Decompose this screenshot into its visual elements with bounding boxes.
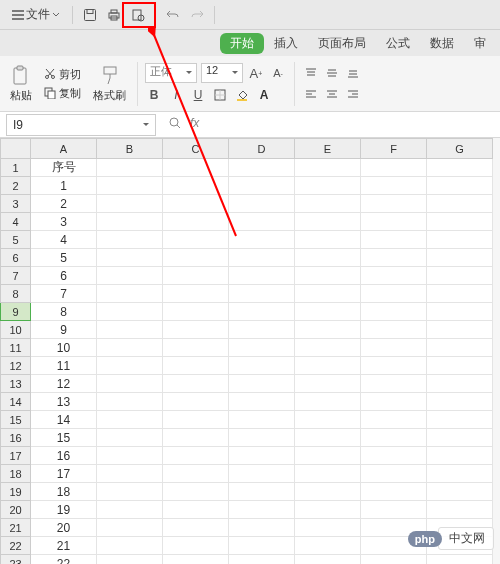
row-header[interactable]: 12 bbox=[1, 357, 31, 375]
cell[interactable]: 1 bbox=[31, 177, 97, 195]
cell[interactable] bbox=[427, 357, 493, 375]
cell[interactable] bbox=[97, 555, 163, 565]
align-bottom-button[interactable] bbox=[344, 64, 362, 82]
tab-数据[interactable]: 数据 bbox=[420, 31, 464, 56]
name-box[interactable]: I9 bbox=[6, 114, 156, 136]
column-header[interactable]: D bbox=[229, 139, 295, 159]
cell[interactable] bbox=[361, 285, 427, 303]
cell[interactable] bbox=[97, 339, 163, 357]
cell[interactable] bbox=[427, 321, 493, 339]
cell[interactable]: 15 bbox=[31, 429, 97, 447]
row-header[interactable]: 1 bbox=[1, 159, 31, 177]
cell[interactable] bbox=[361, 177, 427, 195]
cell[interactable]: 6 bbox=[31, 267, 97, 285]
row-header[interactable]: 9 bbox=[1, 303, 31, 321]
cell[interactable] bbox=[295, 249, 361, 267]
cell[interactable] bbox=[97, 429, 163, 447]
column-header[interactable]: C bbox=[163, 139, 229, 159]
cell[interactable] bbox=[295, 195, 361, 213]
column-header[interactable]: F bbox=[361, 139, 427, 159]
column-header[interactable]: A bbox=[31, 139, 97, 159]
row-header[interactable]: 23 bbox=[1, 555, 31, 565]
cell[interactable] bbox=[229, 483, 295, 501]
cell[interactable] bbox=[163, 285, 229, 303]
cell[interactable] bbox=[97, 195, 163, 213]
row-header[interactable]: 16 bbox=[1, 429, 31, 447]
column-header[interactable]: E bbox=[295, 139, 361, 159]
cell[interactable] bbox=[97, 375, 163, 393]
cell[interactable] bbox=[163, 465, 229, 483]
cell[interactable] bbox=[295, 267, 361, 285]
underline-button[interactable]: U bbox=[189, 86, 207, 104]
cell[interactable] bbox=[229, 537, 295, 555]
cell[interactable] bbox=[361, 321, 427, 339]
cell[interactable] bbox=[97, 519, 163, 537]
cell[interactable] bbox=[163, 429, 229, 447]
cell[interactable] bbox=[427, 231, 493, 249]
cell[interactable] bbox=[163, 501, 229, 519]
cell[interactable] bbox=[295, 231, 361, 249]
row-header[interactable]: 5 bbox=[1, 231, 31, 249]
cell[interactable] bbox=[163, 177, 229, 195]
cell[interactable] bbox=[427, 465, 493, 483]
cell[interactable] bbox=[229, 231, 295, 249]
cell[interactable] bbox=[163, 411, 229, 429]
bold-button[interactable]: B bbox=[145, 86, 163, 104]
row-header[interactable]: 7 bbox=[1, 267, 31, 285]
redo-button[interactable] bbox=[186, 4, 208, 26]
cell[interactable] bbox=[427, 411, 493, 429]
cell[interactable]: 9 bbox=[31, 321, 97, 339]
cell[interactable] bbox=[361, 267, 427, 285]
cell[interactable] bbox=[427, 393, 493, 411]
row-header[interactable]: 10 bbox=[1, 321, 31, 339]
cell[interactable]: 2 bbox=[31, 195, 97, 213]
cell[interactable] bbox=[361, 501, 427, 519]
cell[interactable] bbox=[427, 555, 493, 565]
tab-开始[interactable]: 开始 bbox=[220, 33, 264, 54]
cell[interactable] bbox=[295, 555, 361, 565]
row-header[interactable]: 17 bbox=[1, 447, 31, 465]
row-header[interactable]: 22 bbox=[1, 537, 31, 555]
cell[interactable] bbox=[163, 339, 229, 357]
cell[interactable] bbox=[295, 447, 361, 465]
cell[interactable] bbox=[361, 429, 427, 447]
cell[interactable] bbox=[295, 537, 361, 555]
cell[interactable] bbox=[361, 555, 427, 565]
cell[interactable] bbox=[427, 177, 493, 195]
cell[interactable] bbox=[361, 213, 427, 231]
row-header[interactable]: 14 bbox=[1, 393, 31, 411]
cell[interactable] bbox=[295, 393, 361, 411]
cell[interactable] bbox=[163, 303, 229, 321]
cell[interactable] bbox=[427, 501, 493, 519]
cell[interactable] bbox=[295, 429, 361, 447]
cell[interactable]: 11 bbox=[31, 357, 97, 375]
border-button[interactable] bbox=[211, 86, 229, 104]
row-header[interactable]: 2 bbox=[1, 177, 31, 195]
cell[interactable] bbox=[229, 213, 295, 231]
cell[interactable] bbox=[229, 411, 295, 429]
cell[interactable] bbox=[229, 177, 295, 195]
cell[interactable]: 序号 bbox=[31, 159, 97, 177]
cell[interactable] bbox=[163, 483, 229, 501]
cell[interactable] bbox=[295, 501, 361, 519]
cell[interactable] bbox=[229, 519, 295, 537]
cell[interactable]: 20 bbox=[31, 519, 97, 537]
cell[interactable]: 18 bbox=[31, 483, 97, 501]
cell[interactable]: 14 bbox=[31, 411, 97, 429]
cell[interactable]: 19 bbox=[31, 501, 97, 519]
cell[interactable] bbox=[163, 393, 229, 411]
paste-button[interactable]: 粘贴 bbox=[6, 63, 36, 105]
cell[interactable] bbox=[361, 357, 427, 375]
cell[interactable] bbox=[427, 483, 493, 501]
fx-label[interactable]: fx bbox=[190, 116, 199, 133]
cell[interactable] bbox=[229, 393, 295, 411]
cell[interactable] bbox=[229, 555, 295, 565]
cell[interactable] bbox=[361, 159, 427, 177]
cell[interactable] bbox=[361, 411, 427, 429]
cell[interactable]: 5 bbox=[31, 249, 97, 267]
row-header[interactable]: 20 bbox=[1, 501, 31, 519]
cell[interactable] bbox=[163, 375, 229, 393]
cell[interactable] bbox=[295, 285, 361, 303]
cell[interactable]: 21 bbox=[31, 537, 97, 555]
cell[interactable] bbox=[295, 483, 361, 501]
